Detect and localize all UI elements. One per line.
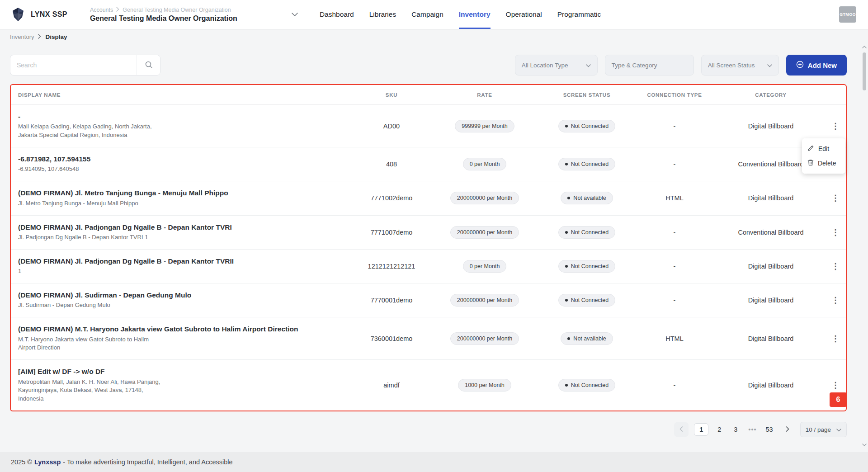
nav-item-dashboard[interactable]: Dashboard xyxy=(320,0,354,29)
sku-cell: 7771002demo xyxy=(355,194,428,202)
rate-cell: 999999 per Month xyxy=(428,120,541,132)
logo[interactable]: LYNX SSP xyxy=(0,6,74,23)
sku-cell: 7360001demo xyxy=(355,335,428,342)
table-row[interactable]: [AIM] Edit w/ DF -> w/o DF Metropolitan … xyxy=(11,360,846,411)
page-button-3[interactable]: 3 xyxy=(730,423,741,436)
row-kebab-icon[interactable]: ⋮ xyxy=(827,260,844,272)
rate-badge: 200000000 per Month xyxy=(450,226,519,239)
nav-item-inventory[interactable]: Inventory xyxy=(459,0,491,29)
context-menu-edit-label: Edit xyxy=(818,145,829,152)
row-kebab-icon[interactable]: ⋮ xyxy=(827,120,844,132)
search-button[interactable] xyxy=(137,55,160,75)
row-kebab-icon[interactable]: ⋮ xyxy=(827,192,844,204)
actions-cell: ⋮ xyxy=(825,260,846,272)
account-root[interactable]: Accounts xyxy=(90,7,113,13)
sku-cell: 408 xyxy=(355,160,428,168)
breadcrumb: Inventory Display xyxy=(0,29,67,44)
rate-cell: 200000000 per Month xyxy=(428,192,541,204)
category-cell: Digital Billboard xyxy=(717,297,825,304)
display-subtitle: -6.914095, 107.640548 xyxy=(18,165,167,174)
table-row[interactable]: (DEMO FIRMAN) M.T. Haryono Jakarta view … xyxy=(11,317,846,360)
status-dot-icon xyxy=(565,384,568,387)
display-name-cell: [AIM] Edit w/ DF -> w/o DF Metropolitan … xyxy=(11,360,355,411)
filter-type-category[interactable]: Type & Category xyxy=(605,55,694,76)
scrollbar-thumb[interactable] xyxy=(863,52,866,90)
status-label: Not Connected xyxy=(571,263,609,269)
connection-type-cell: HTML xyxy=(632,335,717,342)
table-row[interactable]: (DEMO FIRMAN) Jl. Sudirman - Depan Gedun… xyxy=(11,283,846,317)
display-name-cell: (DEMO FIRMAN) Jl. Padjongan Dg Ngalle B … xyxy=(11,216,355,249)
page-button-2[interactable]: 2 xyxy=(714,423,725,436)
rate-cell: 200000000 per Month xyxy=(428,294,541,307)
actions-cell: ⋮ xyxy=(825,192,846,204)
sku-cell: aimdf xyxy=(355,382,428,389)
page-size-select[interactable]: 10 / page xyxy=(800,422,847,437)
scroll-up-icon[interactable] xyxy=(861,44,868,50)
connection-type-cell: - xyxy=(632,160,717,168)
table-row[interactable]: - Mall Kelapa Gading, Kelapa Gading, Nor… xyxy=(11,105,846,147)
search-input[interactable] xyxy=(10,55,137,75)
nav-item-libraries[interactable]: Libraries xyxy=(369,0,396,29)
row-kebab-icon[interactable]: ⋮ xyxy=(827,333,844,345)
row-kebab-icon[interactable]: ⋮ xyxy=(827,379,844,391)
next-page-button[interactable] xyxy=(780,422,795,437)
chevron-down-icon xyxy=(767,62,772,69)
chevron-left-icon xyxy=(679,426,683,433)
trash-icon xyxy=(807,159,814,167)
display-subtitle: M.T. Haryono Jakarta view Gatot Subroto … xyxy=(18,335,167,353)
display-name: - xyxy=(18,112,355,121)
column-header-rate: RATE xyxy=(428,92,541,98)
account-chevron-down-icon[interactable] xyxy=(292,13,298,17)
prev-page-button[interactable] xyxy=(674,422,689,437)
screen-status-badge: Not available xyxy=(561,192,613,204)
display-subtitle: Mall Kelapa Gading, Kelapa Gading, North… xyxy=(18,123,167,140)
screen-status-badge: Not Connected xyxy=(558,294,615,307)
display-name: (DEMO FIRMAN) M.T. Haryono Jakarta view … xyxy=(18,325,355,333)
page-button-1[interactable]: 1 xyxy=(694,423,708,436)
row-kebab-icon[interactable]: ⋮ xyxy=(827,227,844,238)
status-dot-icon xyxy=(565,231,568,234)
avatar[interactable]: GTMOO xyxy=(839,6,856,23)
column-header-screen-status: SCREEN STATUS xyxy=(541,92,632,98)
account-breadcrumb: Accounts General Testing Media Owner Org… xyxy=(90,7,280,13)
sku-cell: AD00 xyxy=(355,123,428,130)
column-header-sku: SKU xyxy=(355,92,428,98)
display-name-cell: (DEMO FIRMAN) Jl. Padjongan Dg Ngalle B … xyxy=(11,250,355,283)
actions-cell: ⋮ xyxy=(825,227,846,238)
add-new-button[interactable]: Add New xyxy=(786,55,847,76)
chevron-down-icon xyxy=(586,62,591,69)
sku-cell: 7770001demo xyxy=(355,297,428,304)
table-row[interactable]: (DEMO FIRMAN) Jl. Padjongan Dg Ngalle B … xyxy=(11,250,846,283)
main-nav: DashboardLibrariesCampaignInventoryOpera… xyxy=(320,0,601,29)
plus-circle-icon xyxy=(796,61,804,70)
screen-status-cell: Not Connected xyxy=(541,260,632,273)
actions-cell: ⋮ xyxy=(825,120,846,132)
filter-label: Type & Category xyxy=(612,62,657,69)
actions-cell: ⋮ xyxy=(825,379,846,391)
display-name-cell: (DEMO FIRMAN) Jl. Sudirman - Depan Gedun… xyxy=(11,283,355,317)
rate-cell: 0 per Month xyxy=(428,158,541,170)
nav-item-operational[interactable]: Operational xyxy=(506,0,542,29)
context-menu-edit[interactable]: Edit xyxy=(802,142,845,156)
screen-status-badge: Not Connected xyxy=(558,379,615,392)
breadcrumb-inventory[interactable]: Inventory xyxy=(10,33,34,40)
table-row[interactable]: (DEMO FIRMAN) Jl. Padjongan Dg Ngalle B … xyxy=(11,216,846,250)
filter-all-screen-status[interactable]: All Screen Status xyxy=(701,55,779,76)
nav-item-campaign[interactable]: Campaign xyxy=(411,0,443,29)
screen-status-cell: Not Connected xyxy=(541,120,632,132)
table-row[interactable]: (DEMO FIRMAN) Jl. Metro Tanjung Bunga - … xyxy=(11,181,846,215)
rate-badge: 200000000 per Month xyxy=(450,294,519,307)
row-kebab-icon[interactable]: ⋮ xyxy=(827,294,844,306)
status-dot-icon xyxy=(567,197,570,199)
screen-status-cell: Not available xyxy=(541,192,632,204)
filter-all-location-type[interactable]: All Location Type xyxy=(515,55,598,76)
scroll-down-icon[interactable] xyxy=(861,442,868,448)
context-menu-delete[interactable]: Delete xyxy=(802,156,845,170)
account-selector[interactable]: Accounts General Testing Media Owner Org… xyxy=(90,7,280,23)
nav-item-programmatic[interactable]: Programmatic xyxy=(557,0,601,29)
page-button-53[interactable]: 53 xyxy=(764,423,775,436)
actions-cell: ⋮ xyxy=(825,333,846,345)
status-dot-icon xyxy=(565,163,568,165)
table-row[interactable]: -6.871982, 107.594155 -6.914095, 107.640… xyxy=(11,147,846,181)
rate-badge: 0 per Month xyxy=(463,260,507,273)
